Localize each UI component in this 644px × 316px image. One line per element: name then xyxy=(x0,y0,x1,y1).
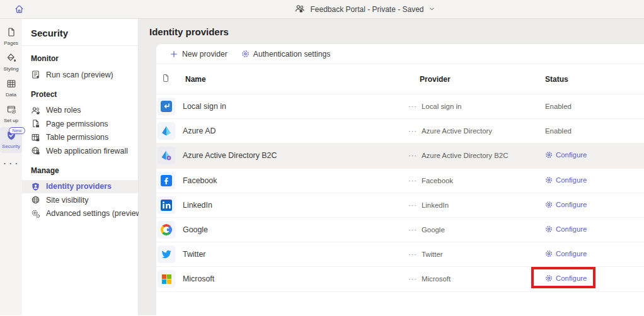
home-icon xyxy=(14,4,25,17)
gear-icon xyxy=(545,274,553,282)
rail-item-set-up[interactable]: Set up xyxy=(0,101,22,127)
sidebar-item-label: Page permissions xyxy=(46,120,108,128)
main-area: Identity providers New provider Authenti… xyxy=(139,19,644,315)
gear-icon xyxy=(545,201,553,208)
table-permissions-icon xyxy=(31,133,40,142)
column-header-provider[interactable]: Provider xyxy=(408,75,544,84)
more-options-button[interactable]: ··· xyxy=(408,103,417,110)
provider-name: Google xyxy=(183,225,208,234)
sidebar-item-label: Web roles xyxy=(46,106,81,115)
configure-label: Configure xyxy=(556,201,587,208)
content-card: New provider Authentication settings Nam… xyxy=(156,44,644,315)
left-navigation-rail: Pages Styling Data Set up New Security ·… xyxy=(0,19,22,315)
authentication-settings-button[interactable]: Authentication settings xyxy=(238,47,335,61)
provider-name: Facebook xyxy=(183,176,217,185)
more-options-button[interactable]: ··· xyxy=(408,152,417,159)
configure-link[interactable]: Configure xyxy=(545,250,587,257)
more-options-button[interactable]: ··· xyxy=(408,201,417,209)
linkedin-icon xyxy=(158,196,175,214)
more-options-button[interactable]: ··· xyxy=(408,251,417,258)
configure-label: Configure xyxy=(556,151,587,159)
more-menu-icon[interactable]: · · · xyxy=(4,159,19,168)
gear-icon xyxy=(545,176,553,184)
configure-link[interactable]: Configure xyxy=(545,176,587,184)
sidebar-section: Protect Web roles Page permissions Table… xyxy=(22,82,138,158)
microsoft-icon xyxy=(158,270,175,288)
rail-item-label: Data xyxy=(6,92,16,98)
command-bar: New provider Authentication settings xyxy=(156,44,644,64)
gear-icon xyxy=(545,250,553,257)
status-enabled-text: Enabled xyxy=(545,127,572,135)
more-options-button[interactable]: ··· xyxy=(408,127,417,135)
new-badge: New xyxy=(9,127,25,134)
top-bar: Feedback Portal - Private - Saved xyxy=(0,0,644,19)
provider-type: Local sign in xyxy=(422,103,461,110)
column-header-name[interactable]: Name xyxy=(185,75,206,84)
more-options-button[interactable]: ··· xyxy=(408,226,417,234)
page-permissions-icon xyxy=(31,119,40,128)
provider-row-google[interactable]: Google ··· Google Configure xyxy=(156,218,644,242)
rail-item-styling[interactable]: Styling xyxy=(0,50,22,76)
sidebar-section-label: Monitor xyxy=(22,46,138,68)
document-icon xyxy=(161,74,170,84)
google-g xyxy=(161,224,172,235)
identity-providers-icon xyxy=(31,182,40,191)
column-header-status[interactable]: Status xyxy=(544,75,644,84)
pages-icon xyxy=(6,27,16,40)
rail-item-label: Security xyxy=(2,144,20,149)
configure-link-annotated[interactable]: Configure xyxy=(545,274,587,282)
twitter-icon xyxy=(158,245,175,263)
sidebar-item-identity-providers[interactable]: Identity providers xyxy=(22,180,138,194)
configure-label: Configure xyxy=(556,225,587,233)
configure-link[interactable]: Configure xyxy=(545,201,587,208)
chevron-down-icon xyxy=(429,5,435,14)
status-enabled-text: Enabled xyxy=(545,103,572,110)
run-scan-icon xyxy=(31,70,40,79)
provider-row-microsoft[interactable]: Microsoft ··· Microsoft Configure xyxy=(156,267,644,291)
page-title: Identity providers xyxy=(139,19,644,44)
sidebar-title: Security xyxy=(22,19,138,46)
sidebar-item-page-permissions[interactable]: Page permissions xyxy=(22,117,138,131)
provider-row-local-sign-in[interactable]: Local sign in ··· Local sign in Enabled xyxy=(156,94,644,119)
more-options-button[interactable]: ··· xyxy=(408,275,417,283)
provider-row-linkedin[interactable]: LinkedIn ··· LinkedIn Configure xyxy=(156,193,644,218)
sidebar-item-web-application-firewall[interactable]: Web application firewall xyxy=(22,144,138,158)
google-icon xyxy=(158,221,175,239)
provider-row-azure-active-directory-b2c[interactable]: Azure Active Directory B2C ··· Azure Act… xyxy=(156,144,644,168)
sidebar-item-site-visibility[interactable]: Site visibility xyxy=(22,193,138,207)
provider-name: Local sign in xyxy=(183,102,226,111)
new-provider-label: New provider xyxy=(182,50,227,59)
gear-icon xyxy=(241,50,250,58)
sidebar-item-web-roles[interactable]: Web roles xyxy=(22,104,138,118)
rail-item-data[interactable]: Data xyxy=(0,76,22,101)
data-icon xyxy=(6,79,16,91)
sidebar-item-label: Site visibility xyxy=(46,196,88,205)
provider-type: Facebook xyxy=(422,177,453,184)
sidebar-section-label: Manage xyxy=(22,158,138,180)
azure-ad-b2c-icon xyxy=(158,147,175,164)
rail-item-pages[interactable]: Pages xyxy=(0,24,22,50)
provider-row-twitter[interactable]: Twitter ··· Twitter Configure xyxy=(156,242,644,267)
rail-item-security[interactable]: New Security xyxy=(0,127,22,153)
facebook-icon xyxy=(158,172,175,189)
authentication-settings-label: Authentication settings xyxy=(253,50,331,59)
site-title-menu[interactable]: Feedback Portal - Private - Saved xyxy=(294,4,435,15)
sidebar-item-label: Identity providers xyxy=(46,182,112,191)
more-options-button[interactable]: ··· xyxy=(408,177,417,184)
sidebar-item-label: Advanced settings (preview) xyxy=(46,209,144,218)
home-button[interactable] xyxy=(13,4,25,16)
provider-row-azure-ad[interactable]: Azure AD ··· Azure Active Directory Enab… xyxy=(156,119,644,144)
provider-name: LinkedIn xyxy=(183,201,212,210)
sidebar-item-run-scan-preview[interactable]: Run scan (preview) xyxy=(22,68,138,82)
sidebar-item-advanced-settings-preview[interactable]: Advanced settings (preview) xyxy=(22,207,138,221)
configure-link[interactable]: Configure xyxy=(545,225,587,233)
plus-icon xyxy=(170,50,178,59)
site-visibility-icon xyxy=(31,195,40,205)
sidebar-section: Manage Identity providers Site visibilit… xyxy=(22,158,138,221)
configure-link[interactable]: Configure xyxy=(545,151,587,159)
provider-type: Google xyxy=(422,226,445,234)
provider-row-facebook[interactable]: Facebook ··· Facebook Configure xyxy=(156,169,644,193)
new-provider-button[interactable]: New provider xyxy=(166,47,231,61)
sidebar-item-table-permissions[interactable]: Table permissions xyxy=(22,131,138,145)
gear-icon xyxy=(545,225,553,233)
